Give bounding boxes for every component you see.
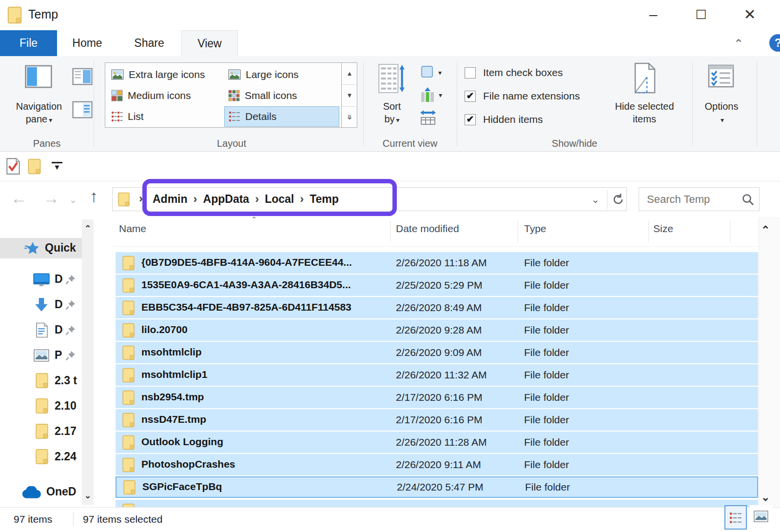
details-view-toggle[interactable] — [724, 505, 747, 530]
table-row[interactable]: lilo.20700 2/26/2020 9:28 AM File folder — [116, 319, 758, 341]
forward-icon[interactable]: → — [43, 190, 59, 206]
address-dropdown-icon[interactable]: ⌄ — [591, 194, 600, 205]
sidebar-item-folder[interactable]: 2.10 — [0, 396, 82, 416]
details-pane-button[interactable] — [72, 101, 93, 118]
sidebar-item-onedrive[interactable]: OneD — [0, 482, 82, 502]
options-label[interactable]: Options — [698, 100, 745, 113]
gallery-more-icon[interactable]: ⤋ — [342, 107, 357, 128]
checkbox[interactable]: ✔ — [465, 91, 476, 102]
breadcrumb-local[interactable]: Local — [265, 193, 294, 206]
help-icon[interactable]: ? — [769, 34, 780, 52]
file-name-extensions-checkbox[interactable]: ✔ File name extensions — [465, 90, 580, 102]
table-row[interactable]: PhotoshopCrashes 2/26/2020 9:11 AM File … — [116, 454, 758, 475]
sidebar-item-folder[interactable]: 2.3 t — [0, 371, 82, 391]
chevron-right-icon[interactable]: › — [194, 192, 197, 206]
tab-file[interactable]: File — [0, 30, 57, 56]
scroll-down-icon[interactable]: ⌄ — [82, 491, 94, 501]
table-row[interactable]: SGPicFaceTpBq 2/24/2020 5:47 PM File fol… — [116, 476, 758, 498]
search-box[interactable] — [639, 187, 760, 211]
column-divider[interactable] — [730, 221, 730, 242]
sidebar-item-folder[interactable]: 2.17 — [0, 421, 82, 442]
customize-toolbar-icon[interactable]: ▼ — [52, 162, 62, 171]
collapse-ribbon-icon[interactable]: ⌃ — [734, 37, 743, 51]
size-all-columns-button[interactable] — [419, 109, 437, 125]
up-icon[interactable]: ↑ — [90, 188, 98, 204]
sidebar-item-pictures[interactable]: P — [0, 345, 82, 366]
layout-medium-icons[interactable]: Medium icons — [107, 85, 222, 106]
options-button[interactable] — [708, 64, 734, 88]
sidebar-scrollbar[interactable]: ⌃ ⌄ — [82, 219, 94, 505]
sidebar-item-downloads[interactable]: D — [0, 295, 82, 315]
table-row[interactable]: EBB5C354-4FDE-4B97-825A-6D411F114583 2/2… — [116, 297, 758, 318]
layout-large-icons[interactable]: Large icons — [224, 64, 339, 85]
chevron-right-icon[interactable]: › — [300, 192, 304, 206]
hide-selected-items-button[interactable] — [632, 62, 657, 94]
details-pane-icon — [72, 101, 93, 118]
maximize-button[interactable]: ☐ — [686, 5, 716, 24]
table-row[interactable]: Outlook Logging 2/26/2020 11:28 AM File … — [116, 432, 758, 453]
layout-details[interactable]: Details — [224, 106, 339, 127]
sort-by-button[interactable] — [378, 63, 406, 94]
navigation-pane-button[interactable] — [12, 65, 65, 88]
table-row[interactable]: nssD47E.tmp 2/17/2020 6:16 PM File folde… — [116, 409, 758, 431]
thumbnail-view-toggle[interactable] — [750, 505, 772, 530]
add-columns-button[interactable]: ▾ — [419, 86, 436, 103]
refresh-icon[interactable] — [612, 193, 624, 206]
gallery-scroll-up-icon[interactable]: ▲ — [342, 63, 357, 85]
breadcrumb-temp[interactable]: Temp — [310, 193, 339, 206]
chevron-right-icon[interactable]: › — [255, 192, 259, 206]
table-row[interactable]: msohtmlclip 2/26/2020 9:09 AM File folde… — [116, 342, 758, 363]
layout-small-icons[interactable]: Small icons — [224, 85, 339, 106]
new-folder-icon[interactable] — [27, 158, 41, 175]
address-bar-row: ← → ⌄ ↑ › Admin › AppData › Local › Temp… — [0, 181, 780, 217]
table-row[interactable]: {0B7D9DE5-4BFB-414A-9604-A7FECEE44... 2/… — [116, 252, 758, 274]
breadcrumb-appdata[interactable]: AppData — [203, 193, 250, 206]
sidebar-item-documents[interactable]: D — [0, 320, 82, 340]
navigation-pane-label[interactable]: Navigation pane▾ — [5, 100, 73, 126]
hide-selected-items-label[interactable]: Hide selected items — [604, 100, 685, 125]
properties-icon[interactable] — [6, 158, 20, 175]
column-header-size[interactable]: Size — [653, 223, 673, 235]
scroll-up-icon[interactable]: ⌃ — [82, 223, 94, 234]
minimize-button[interactable]: – — [639, 5, 668, 24]
sidebar-item-quick-access[interactable]: Quick — [0, 238, 82, 258]
breadcrumb-admin[interactable]: Admin — [153, 193, 188, 206]
table-row[interactable]: msohtmlclip1 2/26/2020 11:32 AM File fol… — [116, 364, 758, 386]
hidden-items-checkbox[interactable]: ✔ Hidden items — [465, 113, 543, 126]
column-header-type[interactable]: Type — [524, 223, 546, 235]
column-divider[interactable] — [518, 221, 518, 242]
search-icon[interactable] — [741, 193, 754, 206]
sort-by-label[interactable]: Sort by▾ — [374, 100, 410, 126]
tab-share[interactable]: Share — [117, 30, 181, 56]
back-icon[interactable]: ← — [11, 190, 27, 206]
tab-view[interactable]: View — [181, 30, 238, 56]
checkbox[interactable] — [465, 67, 476, 79]
layout-extra-large-icons[interactable]: Extra large icons — [107, 64, 222, 85]
file-list-scrollbar[interactable]: ⌃ ⌄ — [759, 217, 780, 507]
layout-gallery-scrollbar[interactable]: ▲ ▼ ⤋ — [341, 63, 357, 127]
scroll-down-icon[interactable]: ⌄ — [761, 491, 770, 504]
chevron-right-icon[interactable]: › — [139, 192, 143, 205]
close-button[interactable]: ✕ — [735, 5, 764, 24]
column-header-date-modified[interactable]: Date modified — [396, 223, 459, 235]
sidebar-item-folder[interactable]: 2.24 — [0, 447, 82, 467]
table-row[interactable]: nsb2954.tmp 2/17/2020 6:16 PM File folde… — [116, 387, 758, 408]
checkbox[interactable]: ✔ — [465, 114, 476, 125]
table-row-partial[interactable] — [116, 500, 758, 507]
item-check-boxes-checkbox[interactable]: Item check boxes — [465, 66, 563, 79]
column-divider[interactable] — [390, 221, 390, 242]
recent-locations-icon[interactable]: ⌄ — [69, 192, 77, 208]
column-header-name[interactable]: Name — [119, 223, 146, 235]
gallery-scroll-down-icon[interactable]: ▼ — [342, 85, 357, 107]
search-input[interactable] — [646, 190, 736, 209]
address-bar[interactable]: › Admin › AppData › Local › Temp ⌄ — [112, 187, 627, 211]
table-row[interactable]: 1535E0A9-6CA1-4A39-A3AA-28416B34D5... 2/… — [116, 275, 758, 296]
sidebar-item-desktop[interactable]: D — [0, 269, 82, 290]
preview-pane-button[interactable] — [72, 68, 93, 85]
tab-home[interactable]: Home — [57, 30, 117, 56]
folder-icon — [7, 6, 22, 24]
column-divider[interactable] — [648, 221, 649, 242]
scroll-up-icon[interactable]: ⌃ — [761, 224, 770, 236]
group-by-button[interactable]: ▾ — [420, 65, 435, 79]
layout-list[interactable]: List — [107, 106, 222, 127]
